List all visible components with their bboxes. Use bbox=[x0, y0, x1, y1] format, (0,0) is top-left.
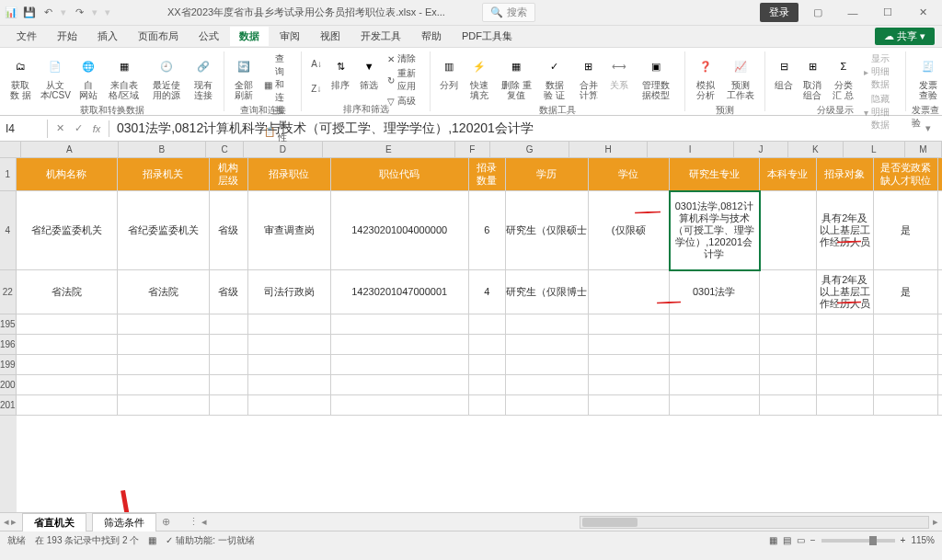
cell[interactable]: 本科专业 bbox=[760, 158, 817, 191]
cell[interactable] bbox=[210, 375, 248, 395]
cell[interactable]: 省法院 bbox=[118, 270, 210, 314]
add-sheet-icon[interactable]: ⊕ bbox=[162, 516, 170, 528]
col-header[interactable]: H bbox=[569, 142, 647, 157]
next-sheet-icon[interactable]: ▸ bbox=[11, 516, 17, 528]
removedupes-button[interactable]: ▦删除 重复值 bbox=[497, 51, 536, 102]
fromtable-button[interactable]: ▦来自表 格/区域 bbox=[103, 51, 144, 102]
cell[interactable] bbox=[874, 314, 938, 335]
cell[interactable] bbox=[248, 375, 331, 395]
sortza-icon[interactable]: Z↓ bbox=[307, 83, 326, 95]
cell[interactable] bbox=[118, 314, 210, 335]
cell[interactable] bbox=[506, 335, 589, 355]
cell[interactable] bbox=[118, 375, 210, 395]
cell[interactable] bbox=[210, 355, 248, 375]
cell[interactable] bbox=[17, 395, 118, 416]
cell[interactable] bbox=[817, 355, 874, 375]
cell[interactable] bbox=[331, 375, 469, 395]
row-header[interactable]: 1 bbox=[0, 158, 17, 191]
col-header[interactable]: F bbox=[455, 142, 490, 157]
cell[interactable]: 招录 数量 bbox=[469, 158, 506, 191]
cell[interactable] bbox=[248, 395, 331, 416]
cell[interactable] bbox=[760, 375, 817, 395]
col-header[interactable]: E bbox=[323, 142, 455, 157]
cell[interactable] bbox=[17, 375, 118, 395]
cell[interactable]: 研究生（仅限硕士 bbox=[506, 191, 589, 270]
tab-view[interactable]: 视图 bbox=[311, 27, 350, 46]
clear-button[interactable]: ✕ 清除 bbox=[384, 51, 424, 66]
cell[interactable] bbox=[760, 355, 817, 375]
cell[interactable] bbox=[938, 191, 942, 270]
hidedetail-button[interactable]: ▾ 隐藏明细数据 bbox=[860, 92, 900, 132]
zoom-level[interactable]: 115% bbox=[911, 535, 935, 545]
cell[interactable]: 是否党政紧 缺人才职位 bbox=[874, 158, 938, 191]
name-box[interactable]: I4 bbox=[0, 120, 48, 138]
cancel-formula-icon[interactable]: ✕ bbox=[52, 120, 68, 137]
cell[interactable]: 研究生专业 bbox=[670, 158, 760, 191]
cell[interactable] bbox=[118, 355, 210, 375]
maximize-icon[interactable]: ☐ bbox=[872, 3, 903, 23]
col-header[interactable]: A bbox=[21, 142, 118, 157]
filter-button[interactable]: ▼筛选 bbox=[356, 51, 383, 92]
cell[interactable]: 4 bbox=[469, 270, 506, 314]
group-button[interactable]: ⊟组合 bbox=[771, 51, 797, 92]
cell[interactable] bbox=[817, 314, 874, 335]
showdetail-button[interactable]: ▸ 显示明细数据 bbox=[860, 51, 900, 92]
col-header[interactable]: I bbox=[648, 142, 734, 157]
existing-button[interactable]: 🔗现有 连接 bbox=[189, 51, 218, 102]
cell[interactable] bbox=[469, 375, 506, 395]
cell[interactable] bbox=[670, 395, 760, 416]
cell[interactable] bbox=[760, 335, 817, 355]
row-header[interactable]: 200 bbox=[0, 375, 17, 395]
col-header[interactable]: J bbox=[734, 142, 788, 157]
cell[interactable]: 具有2年及以上基层工作经历人员 bbox=[817, 191, 874, 270]
cell[interactable] bbox=[118, 395, 210, 416]
cell[interactable] bbox=[506, 314, 589, 335]
cell[interactable] bbox=[938, 375, 942, 395]
recent-button[interactable]: 🕘最近使 用的源 bbox=[146, 51, 187, 102]
cell[interactable]: 职位代码 bbox=[331, 158, 469, 191]
cell[interactable]: 0301法学 bbox=[670, 270, 760, 314]
cell[interactable] bbox=[469, 335, 506, 355]
zoom-in-icon[interactable]: + bbox=[901, 535, 906, 545]
refreshall-button[interactable]: 🔄全部刷新 bbox=[230, 51, 258, 102]
cell[interactable]: 具有2年及以上基层工作经历人员 bbox=[817, 270, 874, 314]
sheet-tab[interactable]: 省直机关 bbox=[22, 513, 86, 531]
tab-file[interactable]: 文件 bbox=[7, 27, 46, 46]
col-header[interactable]: G bbox=[490, 142, 569, 157]
cell[interactable]: 招录职位 bbox=[248, 158, 331, 191]
horizontal-scrollbar[interactable] bbox=[580, 516, 929, 529]
cell[interactable] bbox=[589, 395, 670, 416]
cell[interactable] bbox=[938, 270, 942, 314]
save-qat-icon[interactable]: 💾 bbox=[22, 6, 37, 20]
cell[interactable] bbox=[874, 335, 938, 355]
tab-insert[interactable]: 插入 bbox=[88, 27, 127, 46]
cell[interactable] bbox=[469, 314, 506, 335]
cell[interactable] bbox=[17, 355, 118, 375]
col-header[interactable]: D bbox=[244, 142, 323, 157]
cell[interactable]: 招录对象 bbox=[817, 158, 874, 191]
row-header[interactable]: 22 bbox=[0, 270, 17, 314]
cell[interactable] bbox=[17, 314, 118, 335]
view-normal-icon[interactable]: ▦ bbox=[769, 535, 777, 545]
formula-input[interactable]: 0301法学,0812计算机科学与技术（可授工学、理学学位）,120201会计学 bbox=[109, 119, 925, 139]
zoom-out-icon[interactable]: − bbox=[810, 535, 816, 545]
cell[interactable] bbox=[331, 314, 469, 335]
cell[interactable] bbox=[248, 314, 331, 335]
prev-sheet-icon[interactable]: ◂ bbox=[4, 516, 9, 528]
cell[interactable] bbox=[760, 270, 817, 314]
cell[interactable] bbox=[874, 395, 938, 416]
cell[interactable] bbox=[760, 395, 817, 416]
reapply-button[interactable]: ↻ 重新应用 bbox=[384, 66, 424, 94]
tab-pdf[interactable]: PDF工具集 bbox=[453, 27, 522, 46]
cell[interactable] bbox=[506, 355, 589, 375]
cell[interactable] bbox=[938, 314, 942, 335]
col-header[interactable]: K bbox=[788, 142, 843, 157]
whatif-button[interactable]: ❓模拟分析 bbox=[691, 51, 720, 102]
relations-button[interactable]: ⟷关系 bbox=[606, 51, 632, 92]
cell[interactable] bbox=[938, 355, 942, 375]
close-icon[interactable]: ✕ bbox=[907, 3, 938, 23]
cell[interactable]: 省级 bbox=[210, 191, 248, 270]
tab-help[interactable]: 帮助 bbox=[412, 27, 451, 46]
forecast-button[interactable]: 📈预测 工作表 bbox=[722, 51, 759, 102]
cell[interactable] bbox=[670, 375, 760, 395]
